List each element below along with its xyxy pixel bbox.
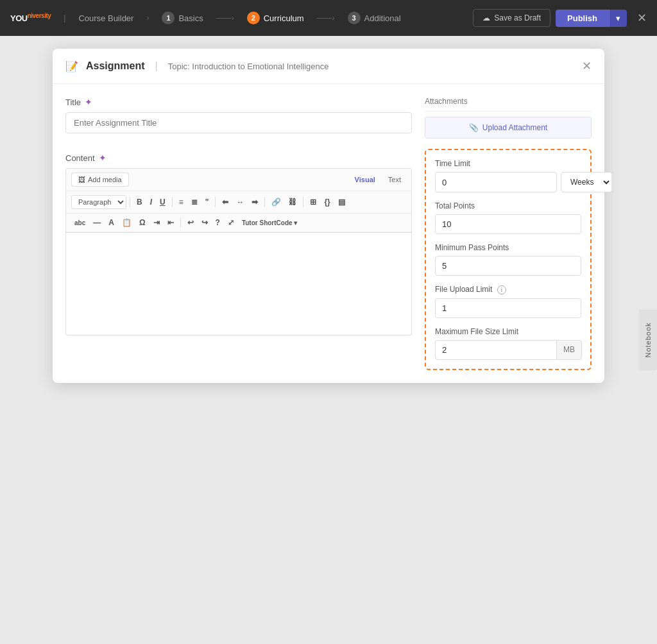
paste-button[interactable]: 📋 [119, 216, 135, 229]
step-3[interactable]: 3 Additional [348, 12, 401, 24]
nav-separator: | [64, 13, 65, 22]
unordered-list-button[interactable]: ≡ [176, 196, 187, 208]
top-close-button[interactable]: ✕ [637, 11, 647, 25]
toolbar-row-media: 🖼 Add media Visual Text [66, 169, 411, 191]
publish-dropdown-button[interactable]: ▾ [609, 10, 627, 27]
ai-sparkle-icon: ✦ [85, 97, 92, 107]
dialog-right-column: Attachments 📎 Upload Attachment Time Lim… [425, 97, 592, 370]
course-builder-label: Course Builder [78, 13, 133, 23]
step-1[interactable]: 1 Basics [162, 12, 203, 24]
shortcode-button[interactable]: Tutor ShortCode ▾ [239, 217, 300, 228]
settings-box: Time Limit Weeks Days Hours Minutes [425, 149, 592, 370]
publish-button[interactable]: Publish [556, 10, 609, 27]
total-points-input[interactable] [435, 214, 581, 234]
max-file-size-label: Maximum File Size Limit [435, 327, 581, 336]
assignment-title-input[interactable] [65, 112, 412, 133]
fullscreen-button[interactable]: ⤢ [225, 216, 237, 229]
file-upload-limit-group: File Upload Limit i [435, 285, 581, 318]
bold-button[interactable]: B [133, 196, 146, 208]
blockquote-button[interactable]: " [202, 196, 212, 208]
save-draft-button[interactable]: ☁ Save as Draft [473, 9, 550, 27]
publish-button-group: Publish ▾ [556, 10, 627, 27]
strikethrough-button[interactable]: abc [71, 217, 89, 228]
italic-button[interactable]: I [147, 196, 155, 208]
upload-attachment-button[interactable]: 📎 Upload Attachment [425, 117, 592, 139]
step-2-label: Curriculum [264, 13, 304, 23]
nav-arrow-3: ——› [317, 13, 335, 22]
max-file-size-input[interactable] [435, 340, 556, 360]
attachments-title: Attachments [425, 97, 592, 112]
content-field-group: Content ✦ 🖼 Add media Visual Te [65, 153, 412, 335]
min-pass-points-group: Minimum Pass Points [435, 243, 581, 276]
attachments-section: Attachments 📎 Upload Attachment [425, 97, 592, 139]
top-bar-actions: ☁ Save as Draft Publish ▾ ✕ [473, 9, 647, 27]
assignment-dialog: 📝 Assignment | Topic: Introduction to Em… [53, 49, 604, 383]
logo-niversity: niversity [28, 12, 51, 19]
step-2-number: 2 [247, 12, 260, 24]
content-editor-body[interactable] [65, 233, 412, 335]
add-media-button[interactable]: 🖼 Add media [71, 173, 129, 187]
total-points-label: Total Points [435, 201, 581, 210]
time-limit-label: Time Limit [435, 159, 581, 168]
total-points-group: Total Points [435, 201, 581, 234]
table-button[interactable]: ⊞ [307, 196, 320, 208]
step-2[interactable]: 2 Curriculum [247, 12, 304, 24]
toolbar-row-format: Paragraph Heading 1 Heading 2 B I U ≡ ≣ [66, 191, 411, 214]
more-button[interactable]: ▤ [335, 196, 348, 208]
notebook-tab[interactable]: Notebook [639, 309, 657, 370]
title-label: Title ✦ [65, 97, 412, 107]
step-1-label: Basics [178, 13, 203, 23]
dialog-title: Assignment [86, 60, 145, 72]
nav-arrow-2: ——› [216, 13, 234, 22]
dialog-separator: | [155, 60, 158, 72]
link-button[interactable]: 🔗 [268, 196, 284, 208]
time-limit-unit-select[interactable]: Weeks Days Hours Minutes [561, 172, 612, 192]
max-file-size-row: MB [435, 340, 581, 360]
undo-button[interactable]: ↩ [184, 216, 197, 229]
content-label: Content ✦ [65, 153, 412, 163]
align-left-button[interactable]: ⬅ [219, 196, 232, 208]
outdent-button[interactable]: ⇤ [164, 216, 177, 229]
file-upload-limit-input[interactable] [435, 298, 581, 318]
code-button[interactable]: {} [321, 196, 333, 208]
align-center-button[interactable]: ↔ [233, 196, 247, 208]
media-icon: 🖼 [78, 176, 85, 183]
text-tab[interactable]: Text [383, 174, 406, 185]
dialog-body: Title ✦ Content ✦ 🖼 [53, 84, 604, 383]
toolbar-sep-5 [303, 197, 303, 207]
min-pass-points-input[interactable] [435, 256, 581, 276]
redo-button[interactable]: ↪ [198, 216, 211, 229]
nav-arrow-1: › [146, 13, 149, 22]
file-upload-limit-label: File Upload Limit i [435, 285, 581, 294]
title-field-group: Title ✦ [65, 97, 412, 144]
step-1-number: 1 [162, 12, 175, 24]
unlink-button[interactable]: ⛓ [286, 196, 300, 208]
content-ai-sparkle-icon: ✦ [99, 153, 107, 163]
help-button[interactable]: ? [212, 216, 223, 229]
dialog-header: 📝 Assignment | Topic: Introduction to Em… [53, 49, 604, 84]
assignment-icon: 📝 [65, 60, 78, 72]
ordered-list-button[interactable]: ≣ [188, 196, 201, 208]
main-area: 📝 Assignment | Topic: Introduction to Em… [0, 36, 657, 644]
time-limit-input[interactable] [435, 172, 557, 192]
special-char-button[interactable]: Ω [136, 216, 149, 229]
indent-button[interactable]: ⇥ [150, 216, 163, 229]
underline-button[interactable]: U [157, 196, 169, 208]
text-color-button[interactable]: A [105, 216, 117, 229]
notebook-tab-container: Notebook [639, 309, 657, 370]
step-3-number: 3 [348, 12, 361, 24]
paragraph-select[interactable]: Paragraph Heading 1 Heading 2 [71, 195, 126, 209]
file-upload-info-icon[interactable]: i [497, 285, 506, 294]
hr-button[interactable]: — [90, 216, 104, 229]
visual-tab[interactable]: Visual [350, 174, 380, 185]
dialog-close-button[interactable]: ✕ [582, 59, 592, 73]
align-right-button[interactable]: ➡ [248, 196, 261, 208]
chevron-down-icon: ▾ [616, 13, 620, 23]
cloud-save-icon: ☁ [482, 13, 490, 22]
time-limit-row: Weeks Days Hours Minutes [435, 172, 581, 192]
toolbar-row-extra: abc — A 📋 Ω ⇥ ⇤ ↩ ↪ ? ⤢ Tutor [66, 214, 411, 232]
max-file-size-group: Maximum File Size Limit MB [435, 327, 581, 360]
toolbar-sep-6 [180, 217, 181, 228]
toolbar-sep-4 [264, 197, 265, 207]
toolbar-sep-1 [130, 197, 130, 207]
